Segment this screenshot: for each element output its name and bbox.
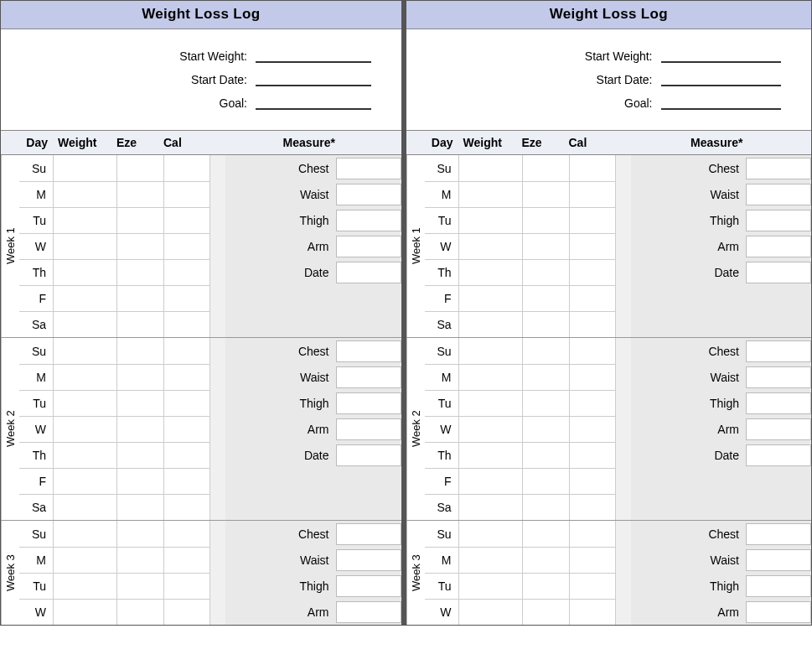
- start-weight-input-line[interactable]: [661, 48, 782, 63]
- eze-cell[interactable]: [116, 600, 163, 625]
- eze-cell[interactable]: [522, 286, 569, 311]
- weight-cell[interactable]: [53, 260, 116, 285]
- measure-input-thigh[interactable]: [746, 210, 811, 231]
- weight-cell[interactable]: [458, 521, 522, 547]
- eze-cell[interactable]: [116, 469, 163, 494]
- eze-cell[interactable]: [522, 469, 569, 494]
- weight-cell[interactable]: [53, 365, 116, 390]
- measure-input-arm[interactable]: [746, 418, 811, 440]
- weight-cell[interactable]: [458, 312, 522, 337]
- cal-cell[interactable]: [163, 443, 210, 468]
- measure-input-date[interactable]: [746, 262, 811, 283]
- cal-cell[interactable]: [569, 260, 616, 285]
- measure-input-waist[interactable]: [336, 184, 401, 205]
- cal-cell[interactable]: [163, 312, 210, 337]
- cal-cell[interactable]: [163, 260, 210, 285]
- eze-cell[interactable]: [522, 155, 569, 181]
- weight-cell[interactable]: [53, 182, 116, 207]
- measure-input-waist[interactable]: [336, 549, 401, 571]
- weight-cell[interactable]: [458, 234, 522, 259]
- eze-cell[interactable]: [116, 182, 163, 207]
- measure-input-arm[interactable]: [336, 236, 401, 257]
- weight-cell[interactable]: [53, 208, 116, 233]
- cal-cell[interactable]: [569, 208, 616, 233]
- cal-cell[interactable]: [163, 548, 210, 573]
- cal-cell[interactable]: [163, 286, 210, 311]
- eze-cell[interactable]: [116, 521, 163, 547]
- weight-cell[interactable]: [53, 391, 116, 416]
- eze-cell[interactable]: [116, 260, 163, 285]
- cal-cell[interactable]: [569, 521, 616, 547]
- measure-input-waist[interactable]: [746, 366, 811, 388]
- cal-cell[interactable]: [163, 391, 210, 416]
- cal-cell[interactable]: [163, 234, 210, 259]
- measure-input-chest[interactable]: [336, 523, 401, 545]
- measure-input-arm[interactable]: [746, 236, 811, 257]
- weight-cell[interactable]: [53, 417, 116, 442]
- weight-cell[interactable]: [53, 600, 116, 625]
- measure-input-chest[interactable]: [336, 158, 401, 179]
- eze-cell[interactable]: [116, 286, 163, 311]
- cal-cell[interactable]: [569, 417, 616, 442]
- eze-cell[interactable]: [116, 548, 163, 573]
- weight-cell[interactable]: [458, 443, 522, 468]
- cal-cell[interactable]: [163, 365, 210, 390]
- eze-cell[interactable]: [522, 574, 569, 599]
- goal-input-line[interactable]: [256, 95, 371, 110]
- cal-cell[interactable]: [569, 338, 616, 364]
- goal-input-line[interactable]: [661, 95, 782, 110]
- cal-cell[interactable]: [569, 286, 616, 311]
- cal-cell[interactable]: [569, 234, 616, 259]
- eze-cell[interactable]: [116, 417, 163, 442]
- weight-cell[interactable]: [53, 443, 116, 468]
- eze-cell[interactable]: [522, 365, 569, 390]
- measure-input-thigh[interactable]: [336, 575, 401, 597]
- cal-cell[interactable]: [163, 417, 210, 442]
- weight-cell[interactable]: [458, 417, 522, 442]
- eze-cell[interactable]: [116, 234, 163, 259]
- start-weight-input-line[interactable]: [256, 48, 371, 63]
- eze-cell[interactable]: [116, 155, 163, 181]
- measure-input-arm[interactable]: [746, 601, 811, 623]
- weight-cell[interactable]: [458, 338, 522, 364]
- measure-input-thigh[interactable]: [336, 210, 401, 231]
- weight-cell[interactable]: [458, 600, 522, 625]
- eze-cell[interactable]: [522, 338, 569, 364]
- measure-input-thigh[interactable]: [746, 392, 811, 414]
- eze-cell[interactable]: [522, 182, 569, 207]
- weight-cell[interactable]: [458, 286, 522, 311]
- cal-cell[interactable]: [163, 208, 210, 233]
- cal-cell[interactable]: [569, 600, 616, 625]
- weight-cell[interactable]: [53, 495, 116, 520]
- eze-cell[interactable]: [522, 495, 569, 520]
- weight-cell[interactable]: [458, 365, 522, 390]
- cal-cell[interactable]: [569, 391, 616, 416]
- weight-cell[interactable]: [458, 155, 522, 181]
- eze-cell[interactable]: [116, 443, 163, 468]
- measure-input-thigh[interactable]: [336, 392, 401, 414]
- cal-cell[interactable]: [569, 469, 616, 494]
- cal-cell[interactable]: [569, 365, 616, 390]
- cal-cell[interactable]: [569, 155, 616, 181]
- cal-cell[interactable]: [163, 182, 210, 207]
- weight-cell[interactable]: [53, 469, 116, 494]
- weight-cell[interactable]: [53, 521, 116, 547]
- measure-input-date[interactable]: [336, 444, 401, 466]
- cal-cell[interactable]: [569, 548, 616, 573]
- measure-input-waist[interactable]: [336, 366, 401, 388]
- eze-cell[interactable]: [522, 312, 569, 337]
- eze-cell[interactable]: [116, 365, 163, 390]
- cal-cell[interactable]: [163, 521, 210, 547]
- measure-input-waist[interactable]: [746, 549, 811, 571]
- cal-cell[interactable]: [163, 574, 210, 599]
- cal-cell[interactable]: [163, 600, 210, 625]
- weight-cell[interactable]: [53, 548, 116, 573]
- measure-input-chest[interactable]: [336, 340, 401, 362]
- measure-input-chest[interactable]: [746, 158, 811, 179]
- measure-input-date[interactable]: [336, 262, 401, 283]
- eze-cell[interactable]: [116, 312, 163, 337]
- cal-cell[interactable]: [569, 574, 616, 599]
- eze-cell[interactable]: [522, 260, 569, 285]
- eze-cell[interactable]: [522, 521, 569, 547]
- cal-cell[interactable]: [163, 495, 210, 520]
